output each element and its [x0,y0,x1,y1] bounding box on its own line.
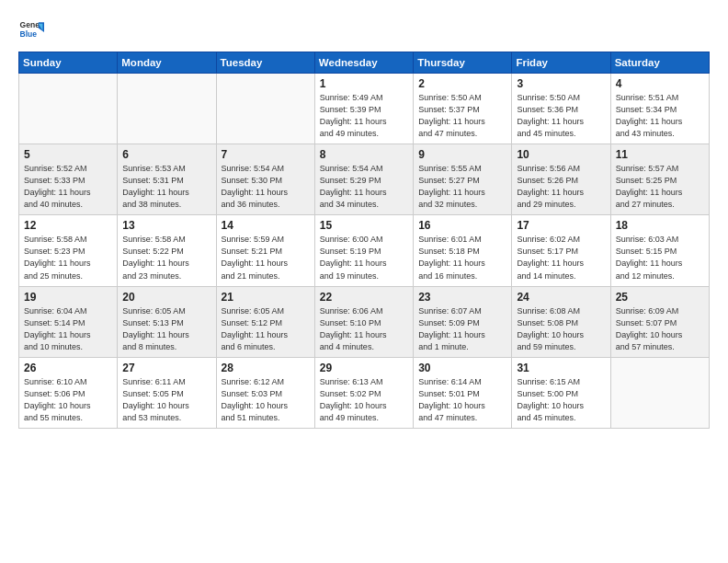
day-number: 9 [418,148,506,161]
day-header-tuesday: Tuesday [216,52,314,74]
day-info: Sunrise: 6:02 AM Sunset: 5:17 PM Dayligh… [517,234,605,282]
calendar-day-cell: 13Sunrise: 5:58 AM Sunset: 5:22 PM Dayli… [118,215,216,286]
day-number: 17 [517,219,605,232]
day-number: 3 [517,77,605,90]
day-info: Sunrise: 5:57 AM Sunset: 5:25 PM Dayligh… [616,163,704,211]
day-number: 2 [418,77,506,90]
calendar-day-cell: 12Sunrise: 5:58 AM Sunset: 5:23 PM Dayli… [19,215,118,286]
day-info: Sunrise: 6:08 AM Sunset: 5:08 PM Dayligh… [517,305,605,353]
day-info: Sunrise: 6:14 AM Sunset: 5:01 PM Dayligh… [418,376,506,424]
day-info: Sunrise: 6:05 AM Sunset: 5:13 PM Dayligh… [122,305,210,353]
day-info: Sunrise: 6:03 AM Sunset: 5:15 PM Dayligh… [616,234,704,282]
calendar-day-cell: 15Sunrise: 6:00 AM Sunset: 5:19 PM Dayli… [314,215,413,286]
day-number: 18 [616,219,704,232]
day-number: 23 [418,291,506,304]
day-header-saturday: Saturday [610,52,709,74]
day-info: Sunrise: 5:49 AM Sunset: 5:39 PM Dayligh… [320,92,408,140]
calendar-day-cell [19,74,118,144]
calendar-day-cell: 30Sunrise: 6:14 AM Sunset: 5:01 PM Dayli… [414,357,512,428]
calendar-day-cell: 5Sunrise: 5:52 AM Sunset: 5:33 PM Daylig… [19,144,118,215]
calendar-day-cell [216,74,314,144]
calendar-day-cell: 3Sunrise: 5:50 AM Sunset: 5:36 PM Daylig… [512,74,610,144]
day-info: Sunrise: 6:01 AM Sunset: 5:18 PM Dayligh… [418,234,506,282]
calendar-week-row: 26Sunrise: 6:10 AM Sunset: 5:06 PM Dayli… [19,357,710,428]
day-number: 12 [24,219,112,232]
day-info: Sunrise: 5:58 AM Sunset: 5:22 PM Dayligh… [122,234,210,282]
day-number: 25 [616,291,704,304]
calendar-day-cell: 4Sunrise: 5:51 AM Sunset: 5:34 PM Daylig… [610,74,709,144]
day-info: Sunrise: 5:59 AM Sunset: 5:21 PM Dayligh… [222,234,310,282]
calendar-week-row: 19Sunrise: 6:04 AM Sunset: 5:14 PM Dayli… [19,286,710,357]
day-number: 19 [24,291,112,304]
day-number: 31 [517,362,605,374]
logo-icon: General Blue [18,17,44,42]
day-info: Sunrise: 5:53 AM Sunset: 5:31 PM Dayligh… [122,163,210,211]
calendar-day-cell: 9Sunrise: 5:55 AM Sunset: 5:27 PM Daylig… [414,144,512,215]
day-number: 13 [122,219,210,232]
day-header-monday: Monday [118,52,216,74]
calendar-day-cell: 2Sunrise: 5:50 AM Sunset: 5:37 PM Daylig… [414,74,512,144]
day-number: 11 [616,148,704,161]
calendar-day-cell: 14Sunrise: 5:59 AM Sunset: 5:21 PM Dayli… [216,215,314,286]
day-number: 29 [320,362,408,374]
day-number: 1 [320,77,408,90]
day-number: 26 [24,362,112,374]
calendar-day-cell: 17Sunrise: 6:02 AM Sunset: 5:17 PM Dayli… [512,215,610,286]
day-info: Sunrise: 6:05 AM Sunset: 5:12 PM Dayligh… [222,305,310,353]
day-number: 22 [320,291,408,304]
day-info: Sunrise: 6:09 AM Sunset: 5:07 PM Dayligh… [616,305,704,353]
day-info: Sunrise: 6:07 AM Sunset: 5:09 PM Dayligh… [418,305,506,353]
calendar-week-row: 5Sunrise: 5:52 AM Sunset: 5:33 PM Daylig… [19,144,710,215]
calendar-day-cell: 25Sunrise: 6:09 AM Sunset: 5:07 PM Dayli… [610,286,709,357]
day-number: 27 [122,362,210,374]
calendar-day-cell: 7Sunrise: 5:54 AM Sunset: 5:30 PM Daylig… [216,144,314,215]
day-number: 30 [418,362,506,374]
day-number: 7 [222,148,310,161]
day-info: Sunrise: 6:12 AM Sunset: 5:03 PM Dayligh… [222,376,310,424]
calendar-day-cell: 22Sunrise: 6:06 AM Sunset: 5:10 PM Dayli… [314,286,413,357]
day-header-friday: Friday [512,52,610,74]
day-info: Sunrise: 6:13 AM Sunset: 5:02 PM Dayligh… [320,376,408,424]
calendar-day-cell: 11Sunrise: 5:57 AM Sunset: 5:25 PM Dayli… [610,144,709,215]
day-number: 5 [24,148,112,161]
day-info: Sunrise: 6:00 AM Sunset: 5:19 PM Dayligh… [320,234,408,282]
day-info: Sunrise: 5:50 AM Sunset: 5:36 PM Dayligh… [517,92,605,140]
day-number: 10 [517,148,605,161]
day-number: 24 [517,291,605,304]
day-header-wednesday: Wednesday [314,52,413,74]
calendar-day-cell: 24Sunrise: 6:08 AM Sunset: 5:08 PM Dayli… [512,286,610,357]
day-number: 21 [222,291,310,304]
calendar-day-cell: 26Sunrise: 6:10 AM Sunset: 5:06 PM Dayli… [19,357,118,428]
day-info: Sunrise: 6:11 AM Sunset: 5:05 PM Dayligh… [122,376,210,424]
calendar-table: SundayMondayTuesdayWednesdayThursdayFrid… [18,52,710,429]
calendar-day-cell: 8Sunrise: 5:54 AM Sunset: 5:29 PM Daylig… [314,144,413,215]
day-info: Sunrise: 5:58 AM Sunset: 5:23 PM Dayligh… [24,234,112,282]
day-info: Sunrise: 5:55 AM Sunset: 5:27 PM Dayligh… [418,163,506,211]
page-header: General Blue [18,17,710,42]
calendar-day-cell: 1Sunrise: 5:49 AM Sunset: 5:39 PM Daylig… [314,74,413,144]
calendar-day-cell [118,74,216,144]
day-info: Sunrise: 5:50 AM Sunset: 5:37 PM Dayligh… [418,92,506,140]
day-info: Sunrise: 6:10 AM Sunset: 5:06 PM Dayligh… [24,376,112,424]
calendar-header-row: SundayMondayTuesdayWednesdayThursdayFrid… [19,52,710,74]
calendar-day-cell: 23Sunrise: 6:07 AM Sunset: 5:09 PM Dayli… [414,286,512,357]
calendar-day-cell: 20Sunrise: 6:05 AM Sunset: 5:13 PM Dayli… [118,286,216,357]
day-header-thursday: Thursday [414,52,512,74]
day-number: 6 [122,148,210,161]
calendar-day-cell: 10Sunrise: 5:56 AM Sunset: 5:26 PM Dayli… [512,144,610,215]
day-info: Sunrise: 5:56 AM Sunset: 5:26 PM Dayligh… [517,163,605,211]
day-number: 8 [320,148,408,161]
day-number: 28 [222,362,310,374]
calendar-day-cell: 21Sunrise: 6:05 AM Sunset: 5:12 PM Dayli… [216,286,314,357]
calendar-day-cell: 19Sunrise: 6:04 AM Sunset: 5:14 PM Dayli… [19,286,118,357]
day-info: Sunrise: 5:51 AM Sunset: 5:34 PM Dayligh… [616,92,704,140]
calendar-day-cell: 31Sunrise: 6:15 AM Sunset: 5:00 PM Dayli… [512,357,610,428]
calendar-day-cell: 18Sunrise: 6:03 AM Sunset: 5:15 PM Dayli… [610,215,709,286]
day-info: Sunrise: 5:54 AM Sunset: 5:29 PM Dayligh… [320,163,408,211]
calendar-day-cell: 28Sunrise: 6:12 AM Sunset: 5:03 PM Dayli… [216,357,314,428]
calendar-week-row: 12Sunrise: 5:58 AM Sunset: 5:23 PM Dayli… [19,215,710,286]
day-number: 4 [616,77,704,90]
day-number: 14 [222,219,310,232]
day-number: 16 [418,219,506,232]
day-number: 15 [320,219,408,232]
